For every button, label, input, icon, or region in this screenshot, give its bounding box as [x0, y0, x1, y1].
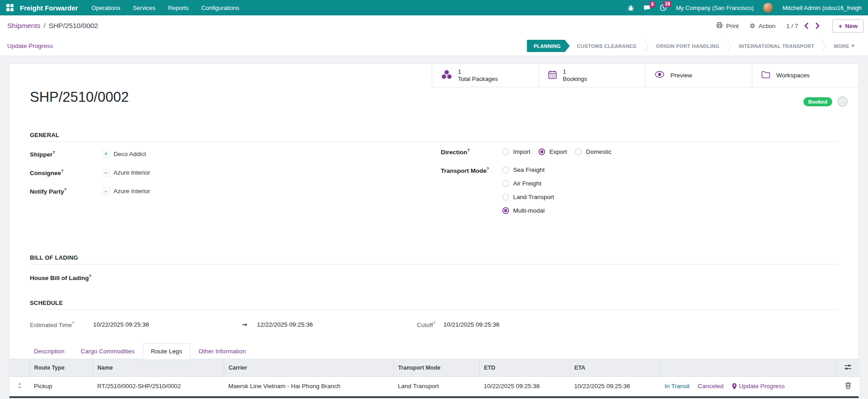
- shipper-value[interactable]: Λ Deco Addict: [102, 150, 146, 158]
- help-icon[interactable]: ?: [61, 169, 64, 173]
- direction-label: Direction?: [441, 148, 502, 156]
- stage-planning[interactable]: PLANNING: [527, 40, 570, 52]
- cell-etd[interactable]: 10/22/2025 09:25:36: [479, 376, 570, 396]
- activities-clock-icon[interactable]: 18: [660, 4, 667, 11]
- drag-handle-icon: [18, 383, 22, 389]
- help-icon[interactable]: ?: [89, 274, 92, 278]
- in-transit-button[interactable]: In Transit: [665, 383, 690, 390]
- section-general: GENERAL Shipper? Λ Deco Addict Consignee…: [30, 132, 838, 204]
- control-panel: Shipments / SHP/2510/0002 Print ⚙ Action…: [0, 15, 868, 36]
- plus-icon: +: [838, 23, 842, 29]
- breadcrumb-shipments[interactable]: Shipments: [7, 22, 40, 30]
- route-legs-table: Route Type Name Carrier Transport Mode E…: [9, 359, 859, 396]
- cell-actions: In Transit Canceled Update Progress: [660, 376, 836, 396]
- messages-badge: 6: [650, 1, 656, 8]
- column-route-type[interactable]: Route Type: [29, 359, 93, 376]
- radio-export[interactable]: Export: [538, 148, 567, 155]
- messages-icon[interactable]: 6: [643, 5, 651, 11]
- main-menu: Operations Services Reports Configuratio…: [91, 5, 239, 11]
- consignee-value[interactable]: az Azure Interior: [102, 169, 150, 176]
- preview-button[interactable]: Preview: [645, 64, 752, 87]
- total-packages-value: 1: [458, 68, 498, 76]
- user-avatar[interactable]: [763, 2, 774, 13]
- bookings-button[interactable]: 1 Bookings: [538, 64, 645, 87]
- column-etd[interactable]: ETD: [479, 359, 570, 376]
- company-switcher[interactable]: My Company (San Francisco): [676, 5, 754, 11]
- pager-previous-icon[interactable]: [804, 23, 808, 29]
- stage-customs-clearance[interactable]: CUSTOMS CLEARANCE: [570, 40, 644, 52]
- cell-carrier[interactable]: Maersk Line Vietnam - Hai Phong Branch: [224, 376, 393, 396]
- canceled-button[interactable]: Canceled: [698, 383, 724, 390]
- section-title-general: GENERAL: [30, 132, 838, 142]
- radio-import[interactable]: Import: [502, 148, 530, 155]
- tab-route-legs[interactable]: Route Legs: [143, 343, 190, 359]
- tab-other-information[interactable]: Other Information: [190, 343, 254, 359]
- action-label: Action: [759, 23, 776, 29]
- menu-services[interactable]: Services: [133, 5, 156, 11]
- breadcrumb-separator: /: [43, 22, 45, 30]
- radio-sea-freight[interactable]: Sea Freight: [502, 166, 554, 173]
- help-icon[interactable]: ?: [486, 166, 489, 171]
- section-schedule: SCHEDULE Estimated Time? 10/22/2025 09:2…: [30, 299, 838, 330]
- menu-configurations[interactable]: Configurations: [201, 5, 239, 11]
- stat-button-box: 1 Total Packages 1 Bookings: [432, 64, 859, 87]
- tab-description[interactable]: Description: [26, 343, 73, 359]
- new-button[interactable]: + New: [832, 19, 863, 33]
- optional-columns-button[interactable]: [836, 359, 859, 376]
- cell-name[interactable]: RT/2510/0002-SHP/2510/0002: [93, 376, 224, 396]
- cell-transport-mode[interactable]: Land Transport: [393, 376, 479, 396]
- form-sheet: 1 Total Packages 1 Bookings: [9, 63, 859, 399]
- pager-next-icon[interactable]: [816, 23, 820, 29]
- apps-grid-icon[interactable]: [6, 4, 14, 11]
- update-progress-button[interactable]: Update Progress: [7, 43, 53, 49]
- help-icon[interactable]: ?: [433, 321, 435, 325]
- print-button[interactable]: Print: [716, 22, 739, 30]
- route-leg-row[interactable]: Pickup RT/2510/0002-SHP/2510/0002 Maersk…: [9, 376, 859, 396]
- menu-operations[interactable]: Operations: [91, 5, 120, 11]
- total-packages-button[interactable]: 1 Total Packages: [432, 64, 538, 87]
- pager-value: 1 / 7: [786, 23, 798, 29]
- column-name[interactable]: Name: [93, 359, 224, 376]
- status-badge: Booked: [803, 97, 832, 106]
- notify-party-value[interactable]: az Azure Interior: [102, 187, 150, 195]
- azure-interior-avatar: az: [102, 187, 110, 195]
- action-button[interactable]: ⚙ Action: [750, 22, 775, 29]
- transport-mode-label: Transport Mode?: [441, 166, 502, 174]
- delete-row-button[interactable]: [836, 376, 859, 396]
- radio-multi-modal[interactable]: Multi-modal: [502, 207, 554, 214]
- help-icon[interactable]: ?: [64, 187, 67, 192]
- column-transport-mode[interactable]: Transport Mode: [393, 359, 479, 376]
- help-icon[interactable]: ?: [467, 148, 470, 152]
- column-eta[interactable]: ETA: [570, 359, 660, 376]
- breadcrumb-current: SHP/2510/0002: [49, 22, 98, 30]
- radio-domestic[interactable]: Domestic: [575, 148, 611, 155]
- stage-more-dropdown[interactable]: MORE ▼: [826, 40, 862, 52]
- stage-origin-port-handling[interactable]: ORIGIN PORT HANDLING: [649, 40, 726, 52]
- workspaces-button[interactable]: Workspaces: [752, 64, 859, 87]
- estimated-end-value[interactable]: 12/22/2025 09:25:36: [257, 321, 313, 328]
- help-icon[interactable]: ?: [52, 150, 55, 155]
- stage-international-transport[interactable]: INTERNATIONAL TRANSPORT: [731, 40, 821, 52]
- form-statusbar: Update Progress PLANNING CUSTOMS CLEARAN…: [0, 36, 868, 56]
- help-icon[interactable]: ?: [72, 321, 74, 325]
- app-window: Freight Forwarder Operations Services Re…: [0, 0, 868, 399]
- radio-air-freight[interactable]: Air Freight: [502, 180, 554, 187]
- column-carrier[interactable]: Carrier: [224, 359, 393, 376]
- section-title-schedule: SCHEDULE: [30, 299, 838, 310]
- cutoff-value[interactable]: 10/21/2025 09:25:36: [443, 321, 500, 328]
- top-navbar: Freight Forwarder Operations Services Re…: [0, 0, 868, 15]
- row-update-progress-button[interactable]: Update Progress: [732, 383, 785, 390]
- debug-bug-icon[interactable]: [627, 5, 634, 11]
- user-menu[interactable]: Mitchell Admin (odoo16_freigh: [783, 5, 862, 11]
- menu-reports[interactable]: Reports: [168, 5, 189, 11]
- radio-land-transport[interactable]: Land Transport: [502, 194, 554, 200]
- stage-separator-icon: [821, 40, 826, 52]
- status-ribbon-circle[interactable]: [837, 96, 848, 107]
- app-brand[interactable]: Freight Forwarder: [20, 4, 78, 12]
- estimated-start-value[interactable]: 10/22/2025 09:25:36: [93, 321, 149, 328]
- cell-route-type[interactable]: Pickup: [29, 376, 93, 396]
- drag-handle[interactable]: [9, 376, 29, 396]
- tab-cargo-commodities[interactable]: Cargo Commodities: [73, 343, 143, 359]
- arrow-right-icon: →: [242, 321, 247, 328]
- cell-eta[interactable]: 10/22/2025 09:25:36: [570, 376, 660, 396]
